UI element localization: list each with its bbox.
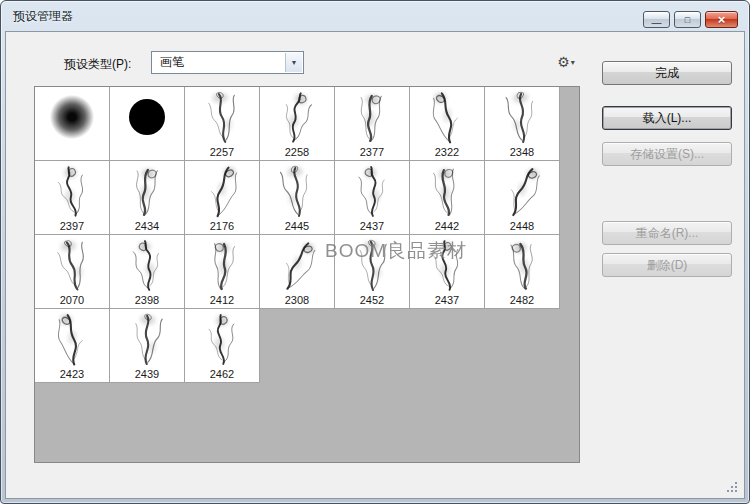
brush-preset[interactable]: 2482 bbox=[485, 235, 560, 309]
brush-preview-area bbox=[110, 309, 184, 368]
brush-preview-area bbox=[260, 87, 334, 146]
brush-preset[interactable]: 2308 bbox=[260, 235, 335, 309]
brush-preset[interactable]: 2348 bbox=[485, 87, 560, 161]
brush-preset[interactable]: 2398 bbox=[110, 235, 185, 309]
smoke-brush-preview bbox=[198, 162, 247, 218]
brush-preset[interactable] bbox=[35, 87, 110, 161]
rename-button[interactable]: 重命名(R)... bbox=[602, 221, 732, 245]
brush-preset[interactable]: 2322 bbox=[410, 87, 485, 161]
brush-preview-area bbox=[35, 309, 109, 368]
window-controls: — □ × bbox=[643, 11, 738, 28]
load-button[interactable]: 载入(L)... bbox=[602, 106, 732, 130]
window-title: 预设管理器 bbox=[13, 8, 73, 25]
smoke-brush-preview bbox=[496, 87, 548, 146]
panel-menu-button[interactable]: ⚙ ▾ bbox=[550, 51, 582, 73]
brush-preset[interactable]: 2377 bbox=[335, 87, 410, 161]
smoke-brush-preview bbox=[270, 87, 324, 146]
brush-preset[interactable]: 2423 bbox=[35, 309, 110, 383]
brush-size-label: 2434 bbox=[110, 220, 184, 234]
brush-preview-area bbox=[485, 87, 559, 146]
brush-preview-area bbox=[410, 87, 484, 146]
preset-type-value: 画笔 bbox=[160, 52, 184, 73]
brush-preset[interactable]: 2439 bbox=[110, 309, 185, 383]
brush-preview-area bbox=[185, 161, 259, 220]
smoke-brush-preview bbox=[421, 161, 472, 220]
brush-preset[interactable]: 2176 bbox=[185, 161, 260, 235]
brush-size-label: 2452 bbox=[335, 294, 409, 308]
brush-size-label: 2482 bbox=[485, 294, 559, 308]
brush-preset[interactable]: 2445 bbox=[260, 161, 335, 235]
brush-preset[interactable]: 2437 bbox=[335, 161, 410, 235]
brush-preview-area bbox=[185, 309, 259, 368]
smoke-brush-preview bbox=[122, 310, 173, 368]
brush-size-label: 2257 bbox=[185, 146, 259, 160]
brush-size-label: 2397 bbox=[35, 220, 109, 234]
chevron-down-icon: ▾ bbox=[571, 58, 575, 67]
smoke-brush-preview bbox=[348, 163, 396, 219]
brush-preview-area bbox=[185, 235, 259, 294]
brush-preview-area bbox=[335, 87, 409, 146]
brush-size-label: 2437 bbox=[410, 294, 484, 308]
brush-preview-area bbox=[110, 235, 184, 294]
brush-size-label: 2348 bbox=[485, 146, 559, 160]
resize-grip[interactable] bbox=[726, 481, 738, 493]
brush-preview-area bbox=[410, 161, 484, 220]
brush-preset[interactable]: 2412 bbox=[185, 235, 260, 309]
brush-preview-area bbox=[35, 87, 109, 146]
brush-size-label: 2412 bbox=[185, 294, 259, 308]
delete-button[interactable]: 删除(D) bbox=[602, 253, 732, 277]
preset-panel: 2257225823772322234823972434217624452437… bbox=[34, 86, 580, 463]
brush-preview-area bbox=[335, 161, 409, 220]
done-button[interactable]: 完成 bbox=[602, 61, 732, 85]
brush-size-label: 2176 bbox=[185, 220, 259, 234]
preset-type-dropdown[interactable]: 画笔 ▼ bbox=[151, 51, 304, 74]
preset-manager-window: 预设管理器 — □ × 预设类型(P): 画笔 ▼ ⚙ ▾ 2257225823… bbox=[0, 0, 750, 504]
minimize-icon: — bbox=[652, 20, 662, 26]
maximize-icon: □ bbox=[685, 15, 690, 25]
titlebar[interactable]: 预设管理器 bbox=[1, 1, 749, 31]
brush-preset[interactable]: 2397 bbox=[35, 161, 110, 235]
smoke-brush-preview bbox=[270, 161, 324, 220]
close-button[interactable]: × bbox=[705, 11, 738, 28]
brush-size-label: 2437 bbox=[335, 220, 409, 234]
brush-preset[interactable]: 2434 bbox=[110, 161, 185, 235]
brush-size-label bbox=[35, 146, 109, 160]
brush-preview-area bbox=[485, 161, 559, 220]
brush-preset[interactable]: 2448 bbox=[485, 161, 560, 235]
soft-round-brush-preview bbox=[49, 94, 95, 140]
brush-size-label: 2377 bbox=[335, 146, 409, 160]
brush-size-label bbox=[110, 146, 184, 160]
brush-preset[interactable]: 2442 bbox=[410, 161, 485, 235]
brush-size-label: 2462 bbox=[185, 368, 259, 382]
brush-size-label: 2445 bbox=[260, 220, 334, 234]
minimize-button[interactable]: — bbox=[643, 11, 670, 28]
smoke-brush-preview bbox=[122, 236, 173, 294]
smoke-brush-preview bbox=[270, 235, 324, 294]
smoke-brush-preview bbox=[198, 310, 247, 366]
brush-size-label: 2423 bbox=[35, 368, 109, 382]
brush-preview-area bbox=[260, 235, 334, 294]
brush-preset[interactable] bbox=[110, 87, 185, 161]
brush-preview-area bbox=[35, 235, 109, 294]
smoke-brush-preview bbox=[198, 88, 247, 144]
brush-size-label: 2258 bbox=[260, 146, 334, 160]
gear-icon: ⚙ bbox=[557, 55, 570, 69]
smoke-brush-preview bbox=[496, 235, 548, 294]
save-set-button[interactable]: 存储设置(S)... bbox=[602, 142, 732, 166]
dialog-body: 预设类型(P): 画笔 ▼ ⚙ ▾ 2257225823772322234823… bbox=[5, 31, 745, 499]
hard-round-brush-preview bbox=[129, 99, 165, 135]
dropdown-arrow-icon: ▼ bbox=[285, 53, 302, 72]
brush-size-label: 2070 bbox=[35, 294, 109, 308]
smoke-brush-preview bbox=[421, 87, 472, 146]
smoke-brush-preview bbox=[198, 236, 247, 292]
brush-preset[interactable]: 2070 bbox=[35, 235, 110, 309]
smoke-brush-preview bbox=[122, 162, 173, 220]
brush-preview-area bbox=[110, 87, 184, 146]
brush-preset[interactable]: 2462 bbox=[185, 309, 260, 383]
brush-size-label: 2322 bbox=[410, 146, 484, 160]
brush-preview-area bbox=[35, 161, 109, 220]
maximize-button[interactable]: □ bbox=[674, 11, 701, 28]
brush-preset[interactable]: 2258 bbox=[260, 87, 335, 161]
brush-preset[interactable]: 2257 bbox=[185, 87, 260, 161]
brush-preview-area bbox=[260, 161, 334, 220]
